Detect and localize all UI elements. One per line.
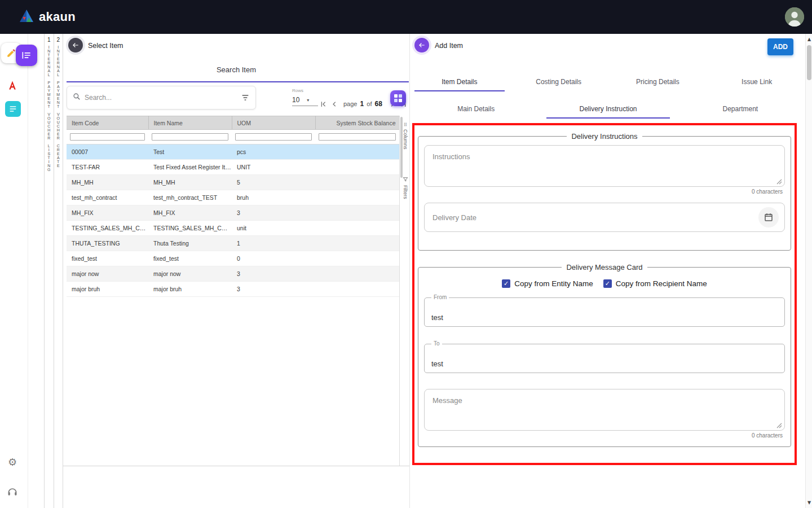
table-row[interactable]: major now major now 3: [67, 266, 399, 282]
page-scrollbar[interactable]: ▲ ▼: [805, 34, 812, 508]
brand-name: akaun: [39, 10, 76, 24]
table-row[interactable]: THUTA_TESTING Thuta Testing 1: [67, 236, 399, 251]
table-row[interactable]: major bruh major bruh 3: [67, 282, 399, 297]
table-side-strip: ⠿ Columns Filters: [399, 116, 409, 466]
support-headset-icon[interactable]: [7, 486, 18, 500]
of-word: of: [367, 100, 372, 107]
search-input[interactable]: [85, 94, 241, 102]
table-row[interactable]: 00007 Test pcs: [67, 144, 399, 160]
instructions-char-count: 0 characters: [424, 189, 785, 195]
column-header-item-code[interactable]: Item Code: [67, 116, 148, 130]
cell-stock-balance: [315, 266, 399, 282]
table-row[interactable]: MH_FIX MH_FIX 3: [67, 205, 399, 221]
filter-list-icon[interactable]: [241, 93, 250, 102]
filter-input-item-code[interactable]: [70, 133, 145, 141]
resize-handle-icon[interactable]: [776, 179, 782, 185]
resize-handle-icon[interactable]: [776, 423, 782, 428]
to-input[interactable]: [425, 344, 784, 373]
from-field[interactable]: From: [424, 297, 785, 327]
vertical-tab-number: 2: [54, 34, 63, 45]
cell-item-name: Test Fixed Asset Register Item Co...: [148, 160, 232, 175]
column-header-item-name[interactable]: Item Name: [148, 116, 232, 130]
instructions-textarea[interactable]: [425, 146, 784, 186]
cell-stock-balance: [315, 205, 399, 221]
page-number: 1: [360, 100, 364, 108]
table-row[interactable]: MH_MH MH_MH 5: [67, 175, 399, 190]
table-row[interactable]: test_mh_contract test_mh_contract_TEST b…: [67, 190, 399, 205]
brand-logo: akaun: [19, 9, 76, 25]
cell-stock-balance: [315, 190, 399, 205]
delivery-date-field[interactable]: Delivery Date: [424, 203, 785, 232]
filter-input-item-name[interactable]: [152, 133, 228, 141]
cell-stock-balance: [315, 221, 399, 236]
instructions-field[interactable]: [424, 145, 785, 187]
page-scrollbar-thumb[interactable]: [807, 45, 811, 80]
cell-item-code: THUTA_TESTING: [67, 236, 148, 251]
select-item-title: Select Item: [88, 42, 123, 50]
page-indicator: page 1 of 68: [343, 100, 383, 108]
add-button[interactable]: ADD: [767, 38, 793, 55]
table-row[interactable]: TEST-FAR Test Fixed Asset Register Item …: [67, 160, 399, 175]
from-input[interactable]: [425, 298, 784, 326]
rows-per-page-select[interactable]: Rows 10 ▾: [292, 88, 318, 106]
funnel-icon: [403, 177, 408, 183]
scroll-down-icon[interactable]: ▼: [806, 500, 812, 505]
settings-gear-icon[interactable]: ⚙: [8, 456, 17, 468]
item-table: Item Code Item Name UOM System Stock Bal…: [67, 116, 400, 297]
filter-input-uom[interactable]: [235, 133, 312, 141]
filter-input-stock-balance[interactable]: [319, 133, 396, 141]
copy-from-recipient-checkbox[interactable]: ✓ Copy from Recipient Name: [603, 279, 707, 288]
tab-department[interactable]: Department: [674, 100, 806, 119]
vertical-tab-voucher-listing[interactable]: 1 INTERNAL PAYMENT VOUCHER LISTING: [44, 34, 54, 508]
back-button-add-item[interactable]: [414, 38, 429, 52]
add-item-panel: Add Item ADD Item Details Costing Detail…: [409, 34, 806, 508]
caret-down-icon: ▾: [307, 98, 309, 103]
back-button-select-item[interactable]: [68, 38, 83, 52]
item-table-body: 00007 Test pcs TEST-FAR Test Fixed Asset…: [67, 144, 399, 297]
cell-uom: 3: [232, 282, 315, 297]
column-header-uom[interactable]: UOM: [232, 116, 315, 130]
calendar-icon[interactable]: [758, 207, 779, 227]
to-field[interactable]: To: [424, 344, 785, 373]
tab-issue-link[interactable]: Issue Link: [707, 73, 806, 91]
table-row[interactable]: TESTING_SALES_MH_CONTRACT TESTING_SALES_…: [67, 221, 399, 236]
cell-stock-balance: [315, 160, 399, 175]
table-bottom-divider: [63, 466, 409, 466]
annotation-highlight-box: Delivery Instructions 0 characters Deliv…: [412, 123, 797, 465]
user-avatar[interactable]: [785, 7, 804, 27]
search-box[interactable]: [67, 86, 256, 110]
tab-costing-details[interactable]: Costing Details: [509, 73, 608, 91]
pdf-app-icon[interactable]: [5, 77, 20, 93]
delivery-instructions-section: Delivery Instructions 0 characters Deliv…: [418, 132, 791, 251]
copy-from-entity-checkbox[interactable]: ✓ Copy from Entity Name: [502, 279, 593, 288]
cell-item-name: Thuta Testing: [148, 236, 232, 251]
first-page-button[interactable]: [318, 99, 329, 110]
column-header-stock-balance[interactable]: System Stock Balance: [315, 116, 399, 130]
message-textarea[interactable]: [425, 389, 784, 430]
listing-app-icon[interactable]: [5, 101, 21, 117]
tab-delivery-instruction[interactable]: Delivery Instruction: [542, 100, 674, 119]
view-grid-button[interactable]: [390, 90, 406, 106]
columns-control[interactable]: ⠿ Columns: [403, 122, 408, 150]
rows-label: Rows: [292, 88, 318, 93]
tab-main-details[interactable]: Main Details: [410, 100, 542, 119]
delivery-message-card-legend: Delivery Message Card: [562, 263, 647, 271]
add-item-title: Add Item: [435, 42, 463, 50]
filters-control[interactable]: Filters: [403, 177, 408, 199]
vertical-tab-voucher-create[interactable]: 2 INTERNAL PAYMENT VOUCHER CREATE: [54, 34, 63, 508]
total-pages: 68: [375, 100, 382, 108]
message-field[interactable]: [424, 389, 785, 431]
cell-stock-balance: [315, 282, 399, 297]
cell-uom: pcs: [232, 144, 315, 160]
cell-item-code: MH_FIX: [67, 205, 148, 221]
delivery-message-card-section: Delivery Message Card ✓ Copy from Entity…: [418, 263, 791, 447]
tab-pricing-details[interactable]: Pricing Details: [608, 73, 708, 91]
tab-item-details[interactable]: Item Details: [410, 73, 509, 91]
cell-item-code: major bruh: [67, 282, 148, 297]
scroll-up-icon[interactable]: ▲: [806, 37, 812, 42]
table-row[interactable]: fixed_test fixed_test 0: [67, 251, 399, 266]
prev-page-button[interactable]: [329, 99, 340, 110]
search-icon: [73, 93, 81, 103]
secondary-tabs: Main Details Delivery Instruction Depart…: [410, 100, 806, 119]
ledger-app-icon[interactable]: [16, 45, 37, 66]
